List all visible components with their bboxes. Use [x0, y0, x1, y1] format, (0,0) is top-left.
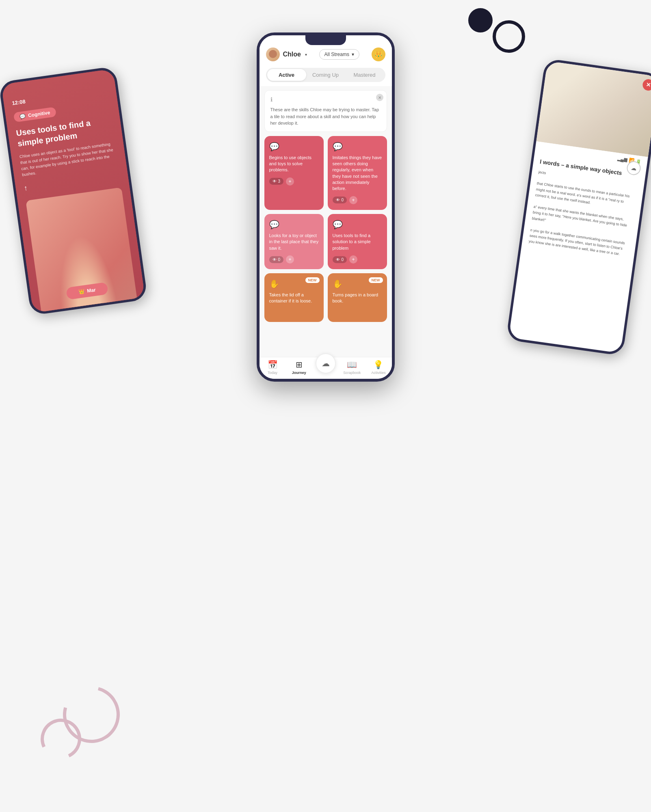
skill-6-text: Turns pages in a board book.: [333, 292, 382, 304]
baby-image: [536, 61, 651, 157]
scrapbook-label: Scrapbook: [343, 371, 361, 375]
skill-4-plus[interactable]: +: [349, 255, 357, 263]
skill-card-1[interactable]: 💬 Begins to use objects and toys to solv…: [264, 136, 324, 210]
left-btn-label: Mar: [87, 287, 96, 294]
nav-upload[interactable]: ☁: [312, 361, 339, 374]
signal-icon: ▂▄▆: [617, 156, 627, 162]
nav-journey[interactable]: ⊞ Journey: [286, 360, 312, 375]
scrapbook-icon: 📖: [347, 360, 357, 369]
tab-active[interactable]: Active: [267, 69, 306, 81]
skill-3-plus[interactable]: +: [286, 255, 294, 263]
activities-icon: 💡: [373, 360, 383, 369]
cognitive-label: Cognitive: [28, 110, 50, 118]
skill-1-text: Begins to use objects and toys to solve …: [269, 155, 319, 173]
streams-arrow: ▾: [352, 52, 354, 57]
crown-button[interactable]: 👑: [372, 48, 385, 61]
nav-activities[interactable]: 💡 Activities: [365, 360, 391, 375]
skill-6-new-badge: NEW: [369, 277, 383, 283]
deco-circle-outline: [493, 20, 525, 53]
left-phone: 12:08 💬 Cognitive Uses tools to find a s…: [0, 66, 148, 316]
skills-grid: 💬 Begins to use objects and toys to solv…: [264, 136, 387, 322]
cloud-icon-right: ☁: [630, 164, 637, 172]
right-phone: ✕ ▂▄▆ 📶 🔋 ☁ l words – a simple way objec…: [506, 58, 651, 356]
eye-count-3: 0: [278, 257, 281, 262]
cognitive-badge: 💬 Cognitive: [13, 107, 56, 122]
tab-active-label: Active: [279, 72, 294, 78]
eye-icon-4: 👁: [336, 257, 340, 262]
nav-today[interactable]: 📅 Today: [260, 360, 286, 375]
tab-mastered-label: Mastered: [353, 72, 375, 78]
user-name: Chloe: [283, 51, 301, 58]
eye-count-4: 0: [342, 257, 344, 262]
tabs-container: Active Coming Up Mastered: [260, 65, 392, 86]
cognitive-icon: 💬: [19, 113, 26, 120]
skill-4-footer: 👁 0 +: [333, 255, 382, 263]
eye-icon-2: 👁: [336, 198, 340, 202]
today-icon: 📅: [268, 360, 278, 369]
right-phone-image: ✕: [536, 61, 651, 157]
eye-count-2: 0: [342, 198, 344, 202]
skill-2-text: Imitates things they have seen others do…: [333, 155, 382, 192]
skill-4-eye-badge: 👁 0: [333, 256, 347, 263]
journey-icon: ⊞: [296, 360, 303, 369]
activities-label: Activities: [371, 371, 386, 375]
user-dropdown-arrow: ▾: [305, 52, 307, 57]
skill-3-icon: 💬: [269, 220, 319, 229]
streams-button[interactable]: All Streams ▾: [319, 49, 359, 60]
center-phone-notch: [305, 35, 346, 45]
skill-5-text: Takes the lid off a container if it is l…: [269, 292, 319, 304]
upload-center-btn[interactable]: ☁: [316, 353, 336, 374]
left-phone-time: 12:08: [11, 87, 108, 106]
eye-icon-3: 👁: [273, 257, 277, 262]
crown-icon: 👑: [374, 51, 383, 58]
tab-coming-up[interactable]: Coming Up: [306, 69, 345, 81]
skill-3-footer: 👁 0 +: [269, 255, 319, 263]
skill-1-eye-badge: 👁 3: [269, 178, 284, 185]
info-text: These are the skills Chloe may be trying…: [270, 107, 379, 125]
user-info[interactable]: Chloe ▾: [266, 48, 307, 61]
skill-2-icon: 💬: [333, 142, 382, 151]
skill-card-3[interactable]: 💬 Looks for a toy or object in the last …: [264, 214, 324, 269]
skill-card-5[interactable]: NEW ✋ Takes the lid off a container if i…: [264, 273, 324, 322]
skill-1-icon: 💬: [269, 142, 319, 151]
skill-4-text: Uses tools to find a solution to a simpl…: [333, 233, 382, 251]
skill-3-eye-badge: 👁 0: [269, 256, 284, 263]
streams-label: All Streams: [324, 52, 349, 57]
close-icon: ✕: [645, 81, 651, 89]
skill-5-new-badge: NEW: [305, 277, 320, 283]
tab-mastered[interactable]: Mastered: [345, 69, 384, 81]
bottom-nav: 📅 Today ⊞ Journey ☁ 📖 Scrapbook 💡 Activi…: [260, 357, 392, 379]
article-body: jects that Chloe starts to use the ounds…: [528, 169, 638, 258]
info-close-btn[interactable]: ✕: [376, 94, 383, 101]
skill-card-4[interactable]: 💬 Uses tools to find a solution to a sim…: [328, 214, 387, 269]
eye-count-1: 3: [278, 179, 281, 184]
upload-icon: ☁: [322, 358, 330, 368]
crown-icon-left: 👑: [78, 289, 85, 295]
tabs-row: Active Coming Up Mastered: [266, 68, 385, 82]
deco-circle-black: [468, 8, 493, 32]
scroll-content: ℹ These are the skills Chloe may be tryi…: [260, 86, 392, 357]
skill-1-footer: 👁 3 +: [269, 177, 319, 186]
skill-card-2[interactable]: 💬 Imitates things they have seen others …: [328, 136, 387, 210]
tab-coming-up-label: Coming Up: [312, 72, 339, 78]
eye-icon-1: 👁: [273, 179, 277, 184]
journey-label: Journey: [292, 371, 306, 375]
skill-card-6[interactable]: NEW ✋ Turns pages in a board book.: [328, 273, 387, 322]
nav-scrapbook[interactable]: 📖 Scrapbook: [339, 360, 365, 375]
skill-4-icon: 💬: [333, 220, 382, 229]
skill-2-footer: 👁 0 +: [333, 196, 382, 204]
skill-3-text: Looks for a toy or object in the last pl…: [269, 233, 319, 251]
today-label: Today: [268, 371, 277, 375]
skill-2-plus[interactable]: +: [349, 196, 357, 204]
center-phone-inner: Chloe ▾ All Streams ▾ 👑 Active Coming Up: [260, 35, 392, 379]
avatar: [266, 48, 280, 61]
info-banner: ℹ These are the skills Chloe may be tryi…: [264, 90, 387, 132]
info-icon: ℹ: [270, 95, 381, 104]
center-phone: Chloe ▾ All Streams ▾ 👑 Active Coming Up: [257, 32, 395, 382]
info-close-icon: ✕: [378, 95, 381, 101]
skill-1-plus[interactable]: +: [286, 177, 294, 186]
skill-2-eye-badge: 👁 0: [333, 197, 347, 203]
